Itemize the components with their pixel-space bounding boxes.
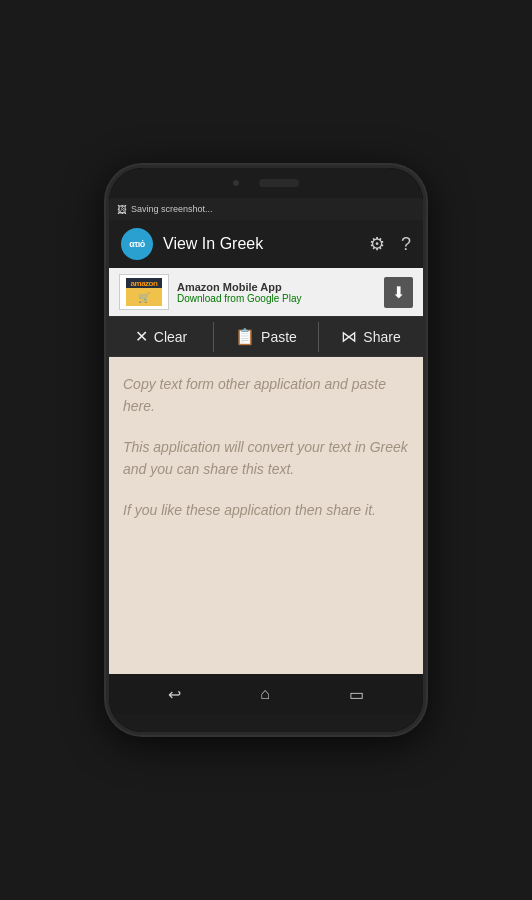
speaker-grill (259, 179, 299, 187)
ad-content: Amazon Mobile App Download from Google P… (177, 281, 376, 304)
phone-screen: 🖼 Saving screenshot... ατιό View In Gree… (109, 168, 423, 732)
app-title: View In Greek (163, 235, 359, 253)
amazon-top-bar: amazon (126, 278, 162, 288)
back-button[interactable]: ↩ (156, 679, 193, 710)
screenshot-icon: 🖼 (117, 204, 127, 215)
phone-bottom-bar (109, 714, 423, 732)
app-header: ατιό View In Greek ⚙ ? (109, 220, 423, 268)
paste-label: Paste (261, 329, 297, 345)
placeholder-line-2: This application will convert your text … (123, 436, 409, 481)
placeholder-line-1: Copy text form other application and pas… (123, 373, 409, 418)
clear-button[interactable]: ✕ Clear (109, 317, 213, 356)
ad-subtitle: Download from Google Play (177, 293, 376, 304)
share-label: Share (363, 329, 400, 345)
help-icon[interactable]: ? (401, 234, 411, 255)
share-button[interactable]: ⋈ Share (319, 317, 423, 356)
ad-download-button[interactable]: ⬇ (384, 277, 413, 308)
cart-icon: 🛒 (138, 292, 150, 303)
settings-icon[interactable]: ⚙ (369, 233, 385, 255)
home-button[interactable]: ⌂ (248, 679, 282, 709)
recent-apps-button[interactable]: ▭ (337, 679, 376, 710)
amazon-logo: amazon 🛒 (119, 274, 169, 310)
ad-banner: amazon 🛒 Amazon Mobile App Download from… (109, 268, 423, 316)
placeholder-line-3: If you like these application then share… (123, 499, 409, 521)
status-bar: 🖼 Saving screenshot... (109, 198, 423, 220)
saving-text: Saving screenshot... (131, 204, 213, 214)
status-bar-content: 🖼 Saving screenshot... (117, 204, 213, 215)
phone-device: 🖼 Saving screenshot... ατιό View In Gree… (106, 165, 426, 735)
toolbar: ✕ Clear 📋 Paste ⋈ Share (109, 316, 423, 357)
main-content[interactable]: Copy text form other application and pas… (109, 357, 423, 674)
share-icon: ⋈ (341, 327, 357, 346)
amazon-label: amazon (131, 279, 158, 288)
clear-label: Clear (154, 329, 187, 345)
header-icons: ⚙ ? (369, 233, 411, 255)
phone-top-bar (109, 168, 423, 198)
logo-text: ατιό (129, 239, 145, 249)
ad-title: Amazon Mobile App (177, 281, 376, 293)
camera-dot (233, 180, 239, 186)
amazon-cart-area: 🛒 (126, 288, 162, 306)
paste-button[interactable]: 📋 Paste (214, 317, 318, 356)
app-logo: ατιό (121, 228, 153, 260)
paste-icon: 📋 (235, 327, 255, 346)
bottom-nav: ↩ ⌂ ▭ (109, 674, 423, 714)
clear-icon: ✕ (135, 327, 148, 346)
